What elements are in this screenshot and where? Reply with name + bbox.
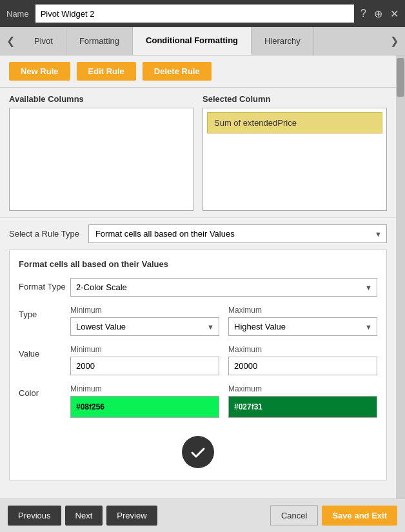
columns-section: Available Columns Selected Column Sum of…: [0, 88, 396, 217]
color-min-hex: #08f256: [76, 402, 104, 411]
rule-type-select[interactable]: Format cells all based on their Values: [88, 224, 387, 243]
available-columns-list[interactable]: [9, 108, 193, 211]
move-icon[interactable]: ⊕: [374, 8, 382, 20]
delete-rule-button[interactable]: Delete Rule: [143, 62, 212, 81]
color-min-label: Minimum: [70, 384, 219, 393]
value-row-label: Value: [19, 345, 70, 359]
confirm-button[interactable]: [182, 436, 214, 468]
type-min-col: Minimum Lowest Value Highest Value Numbe…: [70, 306, 219, 336]
format-type-select-wrap: 2-Color Scale 3-Color Scale Data Bar: [70, 278, 377, 297]
value-min-label: Minimum: [70, 345, 219, 354]
content-area: New Rule Edit Rule Delete Rule Available…: [0, 55, 396, 498]
format-panel: Format cells all based on their Values F…: [9, 250, 387, 480]
footer: Previous Next Preview Cancel Save and Ex…: [0, 498, 405, 532]
tab-formatting[interactable]: Formatting: [66, 27, 133, 55]
scrollbar-thumb[interactable]: [397, 58, 404, 97]
save-button[interactable]: Save and Exit: [322, 506, 397, 526]
color-max-col: Maximum #027f31: [228, 384, 377, 418]
selected-column-list[interactable]: Sum of extendedPrice: [202, 108, 387, 211]
selected-column-panel: Selected Column Sum of extendedPrice: [202, 94, 387, 211]
tab-bar: ❮ Pivot Formatting Conditional Formattin…: [0, 27, 405, 55]
checkmark-icon: [190, 444, 206, 460]
format-type-col: 2-Color Scale 3-Color Scale Data Bar: [70, 278, 377, 297]
color-max-swatch[interactable]: #027f31: [228, 396, 377, 418]
available-columns-label: Available Columns: [9, 94, 193, 104]
type-max-col: Maximum Highest Value Lowest Value Numbe…: [228, 306, 377, 336]
close-icon[interactable]: ✕: [390, 8, 399, 20]
type-max-label: Maximum: [228, 306, 377, 315]
value-row-content: Minimum Maximum: [70, 345, 377, 375]
value-max-input[interactable]: [228, 357, 377, 375]
tab-prev-button[interactable]: ❮: [0, 27, 21, 55]
color-min-swatch[interactable]: #08f256: [70, 396, 219, 418]
rule-type-label: Select a Rule Type: [9, 229, 79, 239]
value-max-label: Maximum: [228, 345, 377, 354]
type-row-label: Type: [19, 306, 70, 319]
value-min-col: Minimum: [70, 345, 219, 375]
format-type-content: 2-Color Scale 3-Color Scale Data Bar: [70, 278, 377, 297]
name-label: Name: [6, 9, 29, 19]
color-row-content: Minimum #08f256 Maximum #027f31: [70, 384, 377, 418]
color-min-col: Minimum #08f256: [70, 384, 219, 418]
type-min-select-wrap: Lowest Value Highest Value Number: [70, 317, 219, 336]
format-type-select[interactable]: 2-Color Scale 3-Color Scale Data Bar: [70, 278, 377, 297]
title-bar: Name ? ⊕ ✕: [0, 0, 405, 27]
color-max-hex: #027f31: [234, 402, 262, 411]
cancel-button[interactable]: Cancel: [270, 505, 318, 526]
next-button[interactable]: Next: [65, 506, 103, 526]
type-min-select[interactable]: Lowest Value Highest Value Number: [70, 317, 219, 336]
help-icon[interactable]: ?: [361, 8, 366, 20]
tab-hierarchy[interactable]: Hierarchy: [252, 27, 314, 55]
checkmark-container: [19, 427, 377, 471]
color-row: Color Minimum #08f256 Maximum #027f31: [19, 384, 377, 418]
format-type-label: Format Type: [19, 278, 70, 291]
name-input[interactable]: [35, 5, 354, 23]
edit-rule-button[interactable]: Edit Rule: [77, 62, 136, 81]
title-bar-icons: ? ⊕ ✕: [361, 8, 399, 20]
type-row-content: Minimum Lowest Value Highest Value Numbe…: [70, 306, 377, 336]
type-max-select[interactable]: Highest Value Lowest Value Number: [228, 317, 377, 336]
color-max-label: Maximum: [228, 384, 377, 393]
rule-type-select-wrap: Format cells all based on their Values: [88, 224, 387, 243]
available-columns-panel: Available Columns: [9, 94, 193, 211]
format-type-row: Format Type 2-Color Scale 3-Color Scale …: [19, 278, 377, 297]
value-max-col: Maximum: [228, 345, 377, 375]
format-panel-title: Format cells all based on their Values: [19, 259, 377, 269]
previous-button[interactable]: Previous: [8, 506, 61, 526]
color-row-label: Color: [19, 384, 70, 398]
toolbar: New Rule Edit Rule Delete Rule: [0, 55, 396, 88]
rule-type-section: Select a Rule Type Format cells all base…: [0, 217, 396, 250]
tab-pivot[interactable]: Pivot: [21, 27, 66, 55]
type-row: Type Minimum Lowest Value Highest Value …: [19, 306, 377, 336]
preview-button[interactable]: Preview: [106, 506, 157, 526]
value-min-input[interactable]: [70, 357, 219, 375]
scrollbar-track[interactable]: [396, 55, 405, 498]
main-container: New Rule Edit Rule Delete Rule Available…: [0, 55, 405, 498]
type-min-label: Minimum: [70, 306, 219, 315]
new-rule-button[interactable]: New Rule: [9, 62, 70, 81]
selected-column-item[interactable]: Sum of extendedPrice: [207, 112, 382, 133]
tab-next-button[interactable]: ❯: [384, 35, 405, 47]
value-row: Value Minimum Maximum: [19, 345, 377, 375]
selected-column-label: Selected Column: [202, 94, 387, 104]
type-max-select-wrap: Highest Value Lowest Value Number: [228, 317, 377, 336]
tab-conditional-formatting[interactable]: Conditional Formatting: [133, 27, 252, 55]
